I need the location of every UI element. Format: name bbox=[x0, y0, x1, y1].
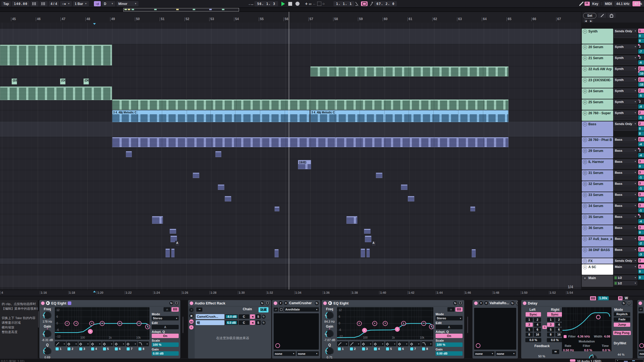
spectrum-icon[interactable] bbox=[455, 307, 463, 312]
audition-icon[interactable]: ∩ bbox=[447, 307, 455, 312]
clip[interactable] bbox=[218, 184, 224, 190]
routing-dropdown[interactable]: Synth▼ bbox=[614, 55, 637, 60]
track-header-38-dnf-bass[interactable]: ▾38 DNF BASSBass▼3-3 bbox=[581, 247, 644, 258]
band-enable-toggle[interactable] bbox=[410, 347, 413, 350]
track-value[interactable]: 1 bbox=[638, 29, 644, 33]
track-value[interactable]: 0 bbox=[638, 126, 644, 131]
hot-swap-icon[interactable]: ↻ bbox=[453, 301, 457, 305]
input-routing-box[interactable] bbox=[614, 72, 637, 76]
clip[interactable] bbox=[470, 206, 475, 211]
map-mode-icon[interactable]: ⇥ bbox=[196, 307, 202, 312]
chain-label[interactable]: Chain bbox=[243, 307, 252, 311]
unfold-icon[interactable]: ▾ bbox=[583, 45, 587, 49]
band-enable-toggle[interactable] bbox=[422, 347, 425, 350]
clip[interactable] bbox=[376, 173, 382, 178]
input-routing-box[interactable] bbox=[614, 241, 637, 246]
time-ruler[interactable]: 41:161:181:201:221:241:261:281:301:321:3… bbox=[0, 290, 644, 296]
unfold-icon[interactable]: ▾ bbox=[583, 276, 587, 280]
delay-beat-right-1[interactable]: 1 bbox=[547, 318, 554, 322]
band-shape-dropdown[interactable]: ▼ bbox=[421, 341, 433, 346]
unfold-icon[interactable]: ▾ bbox=[583, 204, 587, 208]
bar-number[interactable]: 46 bbox=[36, 17, 40, 21]
bar-number[interactable]: 61 bbox=[407, 17, 412, 21]
delay-beat-left-2[interactable]: 2 bbox=[534, 318, 541, 322]
unfold-icon[interactable]: ▾ bbox=[583, 78, 587, 82]
delay-left-sync-button[interactable]: Sync bbox=[526, 312, 541, 317]
track-value[interactable]: 2 bbox=[638, 66, 644, 71]
track-header-26-760-super[interactable]: ▾26 760 - SuperSynth▼2-5 bbox=[581, 110, 644, 121]
clip[interactable] bbox=[126, 151, 132, 157]
track-value[interactable]: -4 bbox=[638, 153, 644, 157]
wrench-icon[interactable]: ⚙ bbox=[484, 301, 488, 305]
delay-beat-left-16[interactable]: 16 bbox=[534, 333, 541, 337]
track-value[interactable]: 3 bbox=[638, 159, 644, 164]
gain-knob[interactable] bbox=[325, 330, 334, 338]
band-shape-dropdown[interactable]: ▼ bbox=[126, 341, 137, 346]
fold-icon[interactable]: ▬ bbox=[189, 319, 194, 324]
delay-beat-left-1[interactable]: 1 bbox=[526, 318, 533, 322]
track-value[interactable]: -5 bbox=[638, 115, 644, 120]
clip[interactable] bbox=[310, 66, 509, 77]
routing-dropdown[interactable]: Sends Only▼ bbox=[614, 258, 637, 263]
band-enable-toggle[interactable] bbox=[67, 347, 70, 350]
track-value[interactable]: -4 bbox=[638, 219, 644, 224]
track-value[interactable]: -2 bbox=[638, 241, 644, 246]
edit-ab-button[interactable]: A bbox=[436, 325, 463, 329]
grid-size-label[interactable]: 1/4 bbox=[568, 285, 573, 289]
track-value[interactable]: -15 bbox=[638, 82, 644, 87]
track-value[interactable]: -4 bbox=[638, 142, 644, 146]
band-shape-dropdown[interactable]: ▼ bbox=[361, 341, 373, 346]
routing-dropdown[interactable]: Bass▼ bbox=[614, 137, 637, 142]
group-fold-icon[interactable]: ≡ bbox=[583, 259, 587, 263]
device-title-bar[interactable]: ▼ ⚙ ValhallaRo... ↻ bbox=[472, 300, 518, 306]
device-title-bar[interactable]: Audio Effect Rack ↻ bbox=[188, 300, 271, 306]
device-title-bar[interactable]: ▶ EQ Eight ↻ bbox=[39, 300, 180, 306]
preset-dropdown[interactable]: Annihilate▼ bbox=[284, 307, 319, 312]
routing-dropdown[interactable]: Bass▼ bbox=[614, 170, 637, 175]
unfold-icon[interactable]: ▾ bbox=[583, 67, 587, 71]
track-value[interactable]: 3 bbox=[638, 203, 644, 208]
hot-swap-icon[interactable]: ↻ bbox=[169, 301, 173, 305]
tap-tempo-button[interactable]: Tap bbox=[1, 1, 11, 6]
clip[interactable] bbox=[170, 229, 176, 234]
rack-chain-row[interactable]: CamelCrush...-8.0 dBC◀S↻ bbox=[196, 314, 269, 319]
clip[interactable] bbox=[152, 216, 163, 224]
clip[interactable] bbox=[365, 236, 371, 242]
track-header-21-serum[interactable]: ▾21 SerumSynth▼2-6 bbox=[581, 55, 644, 66]
band-shape-dropdown[interactable]: ▼ bbox=[373, 341, 384, 346]
gain-value[interactable]: -7.07 dB bbox=[323, 338, 336, 342]
track-value[interactable]: -1 bbox=[638, 175, 644, 179]
chain-volume[interactable]: -8.0 dB bbox=[225, 314, 238, 319]
delay-beat-right-5[interactable]: 5 bbox=[547, 328, 554, 332]
unfold-icon[interactable]: ▾ bbox=[583, 56, 587, 60]
unfold-icon[interactable]: ▾ bbox=[583, 182, 587, 186]
arrangement-position-field[interactable]: 56. 1. 3 bbox=[254, 1, 278, 6]
clip[interactable] bbox=[112, 137, 509, 147]
filter-freq-value[interactable]: 4.36 kHz bbox=[577, 335, 590, 338]
delay-beat-left-4[interactable]: 4 bbox=[534, 323, 541, 327]
gain-value[interactable]: -8.31 dB bbox=[40, 338, 54, 342]
routing-dropdown[interactable]: Sends Only▼ bbox=[614, 29, 637, 33]
clip[interactable] bbox=[346, 216, 357, 224]
output-gain-value[interactable]: 0.00 dB bbox=[152, 351, 179, 356]
clip[interactable] bbox=[401, 184, 407, 190]
computer-midi-keyboard-icon[interactable] bbox=[585, 2, 590, 6]
band-enable-toggle[interactable] bbox=[338, 347, 341, 350]
plugin-panel[interactable] bbox=[474, 308, 516, 350]
routing-dropdown[interactable]: Synth▼ bbox=[614, 99, 637, 104]
input-routing-box[interactable] bbox=[614, 50, 637, 54]
freq-knob[interactable] bbox=[43, 311, 51, 320]
bar-number[interactable]: 57 bbox=[308, 17, 313, 21]
routing-dropdown[interactable]: Bass▼ bbox=[614, 148, 637, 153]
routing-dropdown[interactable]: Synth▼ bbox=[614, 77, 637, 82]
hide-button[interactable]: 隐藏 bbox=[259, 307, 268, 312]
band-shape-dropdown[interactable]: ▼ bbox=[409, 341, 421, 346]
hot-swap-icon[interactable]: ↻ bbox=[622, 301, 626, 305]
clip-G6[interactable]: {G6 bbox=[60, 78, 66, 85]
clip[interactable] bbox=[193, 173, 199, 178]
track-value[interactable]: -4 bbox=[638, 104, 644, 109]
hot-swap-icon[interactable]: ↻ bbox=[510, 301, 515, 305]
input-routing-box[interactable] bbox=[614, 164, 637, 168]
plugin-param-dot[interactable] bbox=[476, 343, 480, 348]
clip[interactable] bbox=[215, 151, 221, 157]
